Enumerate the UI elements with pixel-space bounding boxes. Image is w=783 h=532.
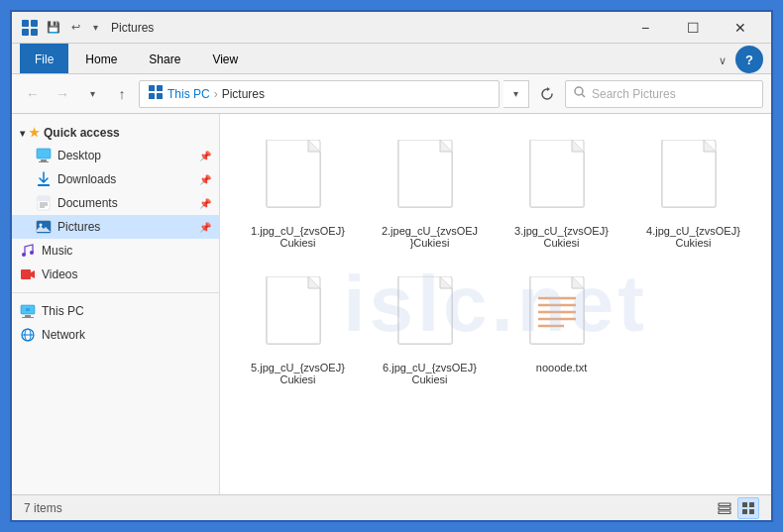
svg-rect-48 [749,502,754,507]
desktop-icon [36,148,52,163]
documents-icon [36,195,52,211]
sidebar-item-videos[interactable]: Videos [12,263,219,286]
sidebar-videos-label: Videos [42,267,77,281]
sidebar-item-downloads[interactable]: Downloads 📌 [12,167,219,191]
file-name-5: 5.jpg_cU_{zvsOEJ}Cukiesi [249,362,348,385]
file-icon-5 [259,276,338,356]
close-button[interactable]: ✕ [718,12,763,44]
pin-icon-desktop: 📌 [199,151,211,161]
path-sep: › [214,87,218,101]
minimize-button[interactable]: − [622,12,668,44]
status-bar: 7 items [12,494,771,520]
svg-rect-28 [26,308,30,311]
sidebar: ▾ ★ Quick access Desktop 📌 [12,114,220,494]
svg-rect-49 [742,509,747,514]
search-icon [574,86,586,101]
path-icon [148,84,164,103]
tab-file[interactable]: File [20,44,68,73]
title-bar: 💾 ↩ ▾ Pictures − ☐ ✕ [12,12,771,44]
file-item-6[interactable]: 6.jpg_cU_{zvsOEJ}Cukiesi [368,266,492,395]
sidebar-item-documents[interactable]: Documents 📌 [12,191,219,215]
svg-point-23 [30,251,34,255]
tab-share[interactable]: Share [134,44,195,73]
maximize-button[interactable]: ☐ [670,12,716,44]
quick-access-label: ★ [29,126,40,140]
svg-rect-1 [31,20,38,27]
svg-rect-46 [719,511,730,514]
svg-rect-13 [38,184,50,186]
sidebar-item-this-pc[interactable]: This PC [12,299,219,323]
file-item-1[interactable]: 1.jpg_cU_{zvsOEJ}Cukiesi [236,130,360,259]
svg-rect-15 [38,196,50,201]
sidebar-item-pictures[interactable]: Pictures 📌 [12,215,219,239]
details-view-btn[interactable] [714,497,735,519]
svg-rect-24 [21,269,31,279]
svg-rect-11 [41,160,47,161]
svg-point-22 [22,253,26,257]
quick-undo-btn[interactable]: ↩ [65,18,85,38]
sidebar-quick-access-text: Quick access [44,126,120,140]
file-item-3[interactable]: 3.jpg_cU_{zvsOEJ}Cukiesi [500,130,623,259]
file-name-3: 3.jpg_cU_{zvsOEJ}Cukiesi [512,225,612,249]
svg-rect-44 [719,503,730,506]
address-path[interactable]: This PC › Pictures [139,80,500,108]
view-toggle [714,497,759,519]
file-item-4[interactable]: 4.jpg_cU_{zvsOEJ}Cukiesi [631,130,755,259]
window-title: Pictures [111,21,622,35]
tab-view[interactable]: View [197,44,253,73]
content-area: islc.net 1.jpg_cU_{zvsOEJ}Cukiesi [220,114,771,494]
svg-rect-4 [149,85,155,91]
pictures-icon [36,219,52,235]
sidebar-divider [12,292,219,293]
svg-rect-47 [742,502,747,507]
up-button[interactable]: ↑ [109,81,135,107]
this-pc-icon [20,303,36,319]
file-icon-4 [654,140,733,219]
window-controls: − ☐ ✕ [622,12,763,44]
file-name-1: 1.jpg_cU_{zvsOEJ}Cukiesi [249,225,348,249]
svg-rect-7 [157,93,163,99]
svg-rect-6 [149,93,155,99]
svg-rect-10 [37,149,51,159]
search-box[interactable]: Search Pictures [565,80,763,108]
sidebar-section-quick-access[interactable]: ▾ ★ Quick access [12,122,219,144]
file-item-5[interactable]: 5.jpg_cU_{zvsOEJ}Cukiesi [236,266,360,395]
sidebar-item-desktop[interactable]: Desktop 📌 [12,144,219,167]
sidebar-pictures-label: Pictures [57,220,100,234]
path-this-pc[interactable]: This PC [168,87,210,101]
forward-button[interactable]: → [50,81,75,107]
file-icon-7 [522,276,602,356]
sidebar-music-label: Music [42,244,72,258]
main-area: ▾ ★ Quick access Desktop 📌 [12,114,771,494]
sidebar-item-network[interactable]: Network [12,323,219,347]
quick-more-btn[interactable]: ▾ [87,18,103,38]
path-pictures[interactable]: Pictures [222,87,265,101]
file-item-2[interactable]: 2.jpeg_cU_{zvsOEJ}Cukiesi [368,130,492,259]
address-bar: ← → ▾ ↑ This PC › Pictures ▾ [12,74,771,114]
pin-icon-documents: 📌 [199,198,211,209]
ribbon-collapse-btn[interactable]: ∨ [710,48,735,73]
address-dropdown-btn[interactable]: ▾ [503,80,529,108]
recent-locations-btn[interactable]: ▾ [79,81,105,107]
search-placeholder: Search Pictures [592,87,676,101]
sidebar-downloads-label: Downloads [57,172,116,186]
sidebar-network-label: Network [42,328,85,342]
downloads-icon [36,171,52,187]
chevron-right-icon: ▾ [20,128,25,139]
refresh-button[interactable] [533,80,561,108]
file-item-7[interactable]: nooode.txt [500,266,623,395]
tab-home[interactable]: Home [70,44,132,73]
svg-line-9 [582,94,585,97]
videos-icon [20,266,36,282]
back-button[interactable]: ← [20,81,46,107]
file-icon-1 [259,140,338,219]
svg-rect-26 [25,315,31,317]
quick-save-btn[interactable]: 💾 [44,18,63,38]
window-icon [20,18,40,38]
sidebar-item-music[interactable]: Music [12,239,219,263]
svg-rect-2 [22,29,29,36]
help-btn[interactable]: ? [735,46,763,73]
large-icons-view-btn[interactable] [737,497,759,519]
pin-icon-downloads: 📌 [199,174,211,185]
pin-icon-pictures: 📌 [199,222,211,233]
